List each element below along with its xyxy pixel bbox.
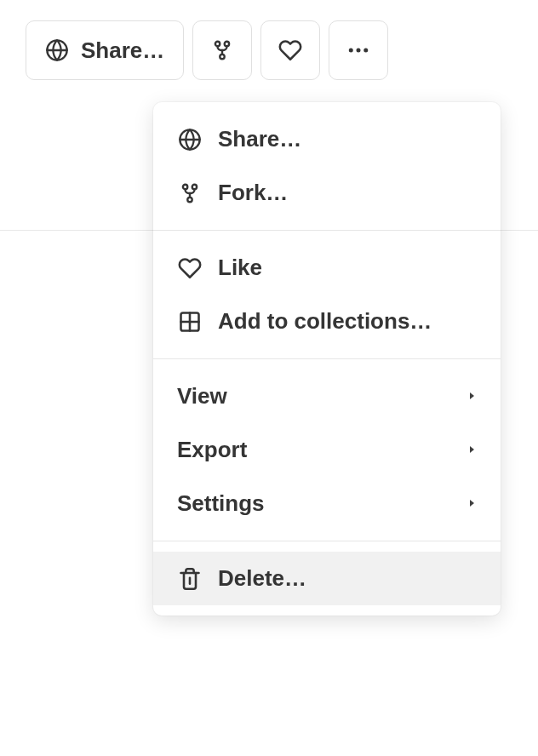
menu-item-share[interactable]: Share… — [153, 112, 501, 166]
like-button[interactable] — [260, 20, 320, 80]
fork-icon — [211, 39, 233, 61]
heart-icon — [177, 256, 203, 280]
menu-group-1: Share… Fork… — [153, 102, 501, 230]
menu-item-view[interactable]: View — [153, 369, 501, 423]
menu-group-4: Delete… — [153, 541, 501, 616]
dots-horizontal-icon — [346, 37, 371, 63]
menu-item-label: Share… — [218, 126, 477, 152]
menu-item-label: Export — [177, 437, 451, 463]
menu-item-settings[interactable]: Settings — [153, 477, 501, 530]
menu-item-label: Like — [218, 255, 477, 281]
svg-point-7 — [357, 49, 361, 53]
chevron-right-icon — [466, 441, 477, 459]
fork-icon — [177, 182, 203, 204]
svg-point-6 — [349, 49, 353, 53]
more-button[interactable] — [329, 20, 388, 80]
menu-group-2: Like Add to collections… — [153, 231, 501, 358]
globe-icon — [177, 128, 203, 152]
share-button[interactable]: Share… — [26, 20, 184, 80]
menu-item-label: View — [177, 383, 451, 410]
toolbar: Share… — [0, 0, 538, 100]
svg-point-8 — [364, 49, 369, 53]
globe-icon — [45, 38, 69, 62]
menu-item-add-to-collections[interactable]: Add to collections… — [153, 295, 501, 348]
menu-group-3: View Export Settings — [153, 359, 501, 541]
trash-icon — [177, 567, 203, 591]
menu-item-fork[interactable]: Fork… — [153, 166, 501, 220]
chevron-right-icon — [466, 495, 477, 513]
menu-item-export[interactable]: Export — [153, 423, 501, 477]
fork-button[interactable] — [192, 20, 252, 80]
menu-item-label: Add to collections… — [218, 308, 477, 335]
share-button-label: Share… — [81, 37, 164, 64]
menu-item-like[interactable]: Like — [153, 241, 501, 295]
chevron-right-icon — [466, 387, 477, 405]
menu-item-delete[interactable]: Delete… — [153, 552, 501, 605]
menu-item-label: Settings — [177, 490, 451, 517]
menu-item-label: Fork… — [218, 180, 477, 206]
grid-icon — [177, 310, 203, 334]
menu-item-label: Delete… — [218, 565, 477, 592]
more-dropdown-menu: Share… Fork… Like — [153, 102, 501, 616]
heart-icon — [278, 38, 302, 62]
